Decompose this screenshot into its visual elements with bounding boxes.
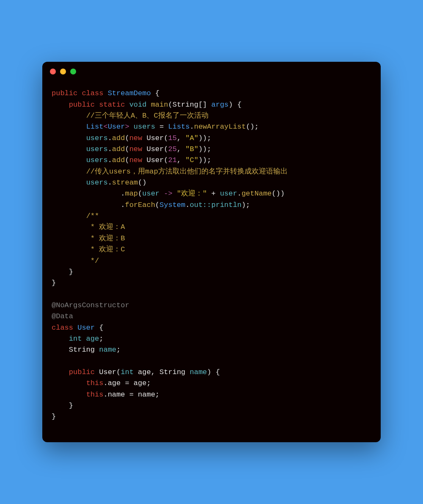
punct: + <box>207 190 220 198</box>
punct: ()) <box>272 190 285 198</box>
type: int <box>69 335 82 343</box>
string: "B" <box>185 145 198 153</box>
annotation: @Data <box>52 312 73 320</box>
class-name: System <box>159 201 185 209</box>
method: println <box>212 201 242 209</box>
punct: ( <box>168 101 172 109</box>
punct: , <box>177 156 185 164</box>
param: age, String <box>134 368 190 376</box>
punct: > <box>125 123 129 131</box>
type: String <box>173 101 198 109</box>
punct: < <box>103 123 107 131</box>
punct: ( <box>125 145 129 153</box>
punct: . <box>237 190 242 198</box>
punct: . <box>121 190 125 198</box>
class-name: User <box>77 324 95 332</box>
punct: . <box>108 156 112 164</box>
method: add <box>112 145 125 153</box>
method: map <box>125 190 138 198</box>
punct: { <box>151 89 159 97</box>
maximize-icon[interactable] <box>70 69 76 74</box>
punct: :: <box>203 201 211 209</box>
param: user <box>142 190 164 198</box>
punct: )); <box>198 134 212 142</box>
var: user <box>220 190 237 198</box>
field: out <box>190 201 203 209</box>
punct: )); <box>198 156 212 164</box>
type: void <box>129 101 147 109</box>
punct: [] <box>198 101 212 109</box>
type: String <box>69 346 99 354</box>
code-block: public class StreamDemo { public static … <box>42 78 381 442</box>
comment: * 欢迎：C <box>86 245 125 253</box>
field: name <box>99 346 116 354</box>
punct: ) <box>207 368 211 376</box>
sp <box>173 190 177 198</box>
punct: ; <box>116 346 121 354</box>
type: List <box>86 123 104 131</box>
method: newArrayList <box>194 123 246 131</box>
keyword: class <box>52 324 73 332</box>
punct: = <box>159 123 168 131</box>
comment: * 欢迎：B <box>86 234 125 242</box>
var: users <box>86 156 108 164</box>
var: users <box>86 145 108 153</box>
punct: } <box>52 279 56 287</box>
comment: */ <box>86 257 99 265</box>
code-window: public class StreamDemo { public static … <box>42 62 381 442</box>
punct: . <box>108 134 112 142</box>
var: users <box>129 123 159 131</box>
type: int <box>121 368 134 376</box>
method: add <box>112 156 125 164</box>
keyword: new <box>129 134 143 142</box>
keyword: public <box>69 368 95 376</box>
punct: ( <box>138 190 142 198</box>
method: stream <box>112 179 138 187</box>
punct: ( <box>155 201 159 209</box>
class-name: User <box>142 134 164 142</box>
class-name: Lists <box>168 123 190 131</box>
punct: ( <box>125 156 129 164</box>
punct: ( <box>164 145 168 153</box>
punct: () <box>138 179 146 187</box>
punct: (); <box>246 123 259 131</box>
punct: { <box>95 324 103 332</box>
keyword: class <box>82 89 103 97</box>
param: args <box>212 101 229 109</box>
string: "A" <box>185 134 198 142</box>
comment: //三个年轻人A、B、C报名了一次活动 <box>86 112 209 120</box>
keyword: this <box>86 379 104 387</box>
minimize-icon[interactable] <box>60 69 66 74</box>
number: 25 <box>168 145 176 153</box>
class-name: User <box>95 368 116 376</box>
method: getName <box>242 190 272 198</box>
var: users <box>86 134 108 142</box>
comment: * 欢迎：A <box>86 223 125 231</box>
keyword: static <box>99 101 125 109</box>
punct: ); <box>242 201 250 209</box>
punct: . <box>190 123 194 131</box>
method: main <box>151 101 168 109</box>
punct: ( <box>125 134 129 142</box>
punct: , <box>177 145 185 153</box>
punct: ) <box>228 101 233 109</box>
punct: ( <box>164 134 168 142</box>
punct: )); <box>198 145 212 153</box>
method: forEach <box>125 201 155 209</box>
punct: } <box>69 402 73 410</box>
code: .name = name; <box>103 391 159 399</box>
punct: . <box>185 201 190 209</box>
punct: , <box>177 134 185 142</box>
code: .age = age; <box>103 379 151 387</box>
window-titlebar <box>42 62 381 78</box>
punct: . <box>121 201 125 209</box>
arrow: -> <box>164 190 172 198</box>
keyword: new <box>129 156 143 164</box>
number: 21 <box>168 156 176 164</box>
close-icon[interactable] <box>50 69 56 74</box>
punct: } <box>52 413 56 421</box>
keyword: public <box>69 101 95 109</box>
string: "欢迎：" <box>177 190 207 198</box>
keyword: public <box>52 89 77 97</box>
type: User <box>108 123 125 131</box>
